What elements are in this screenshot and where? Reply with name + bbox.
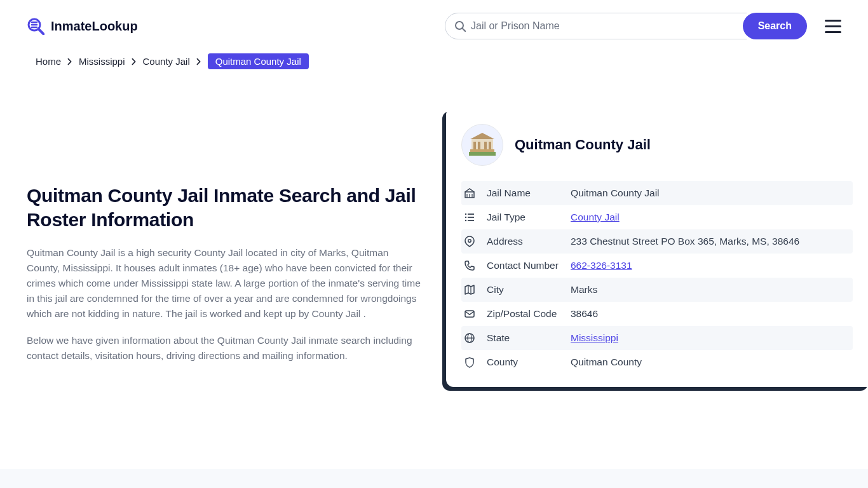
search-input[interactable] [471,20,738,32]
breadcrumb-link[interactable]: Home [36,56,61,67]
info-label: Zip/Postal Code [487,308,571,320]
info-label: Address [487,236,571,247]
info-value-link[interactable]: Mississippi [571,332,618,344]
phone-icon [464,260,475,271]
chevron-right-icon [66,58,74,65]
breadcrumb-current: Quitman County Jail [208,53,309,69]
info-row: Zip/Postal Code38646 [461,302,853,326]
building-icon [464,187,475,199]
mail-icon [464,308,475,320]
breadcrumb: Home Mississippi County Jail Quitman Cou… [0,44,868,69]
info-value: 38646 [571,308,598,320]
info-label: Jail Name [487,187,571,199]
logo-icon [27,17,44,35]
jail-avatar [461,124,503,166]
logo-text: InmateLookup [51,19,138,34]
footer [0,469,868,488]
card-title: Quitman County Jail [515,137,651,153]
info-row: CountyQuitman County [461,350,853,374]
chevron-right-icon [195,58,203,65]
header: InmateLookup Search [0,0,868,44]
courthouse-icon [468,130,497,159]
info-value-link[interactable]: County Jail [571,212,620,223]
info-label: State [487,332,571,344]
hamburger-bar-icon [825,31,841,33]
article-paragraph: Quitman County Jail is a high security C… [27,245,421,322]
globe-icon [464,332,475,344]
card-header: Quitman County Jail [461,124,853,166]
info-value-link[interactable]: 662-326-3131 [571,260,632,271]
pin-icon [464,236,475,247]
info-label: City [487,284,571,295]
info-rows: Jail NameQuitman County JailJail TypeCou… [461,181,853,374]
info-label: Contact Number [487,260,571,271]
search-button[interactable]: Search [743,13,807,39]
info-value: Quitman County [571,356,642,368]
map-icon [464,284,475,295]
breadcrumb-link[interactable]: County Jail [143,56,190,67]
article-paragraph: Below we have given information about th… [27,333,421,363]
menu-button[interactable] [825,20,841,33]
info-value: Marks [571,284,597,295]
chevron-right-icon [130,58,138,65]
info-row: CityMarks [461,278,853,302]
info-row: Contact Number662-326-3131 [461,254,853,278]
info-label: Jail Type [487,212,571,223]
logo[interactable]: InmateLookup [27,17,138,35]
info-label: County [487,356,571,368]
hamburger-bar-icon [825,25,841,27]
info-row: Jail NameQuitman County Jail [461,181,853,205]
main: Quitman County Jail Inmate Search and Ja… [0,69,868,412]
article: Quitman County Jail Inmate Search and Ja… [27,107,421,387]
hamburger-bar-icon [825,20,841,22]
info-value: Quitman County Jail [571,187,660,199]
info-card-wrap: Quitman County Jail Jail NameQuitman Cou… [446,107,868,387]
search-form: Search [445,13,807,39]
page-title: Quitman County Jail Inmate Search and Ja… [27,184,421,231]
info-card: Quitman County Jail Jail NameQuitman Cou… [446,107,868,387]
header-right: Search [445,13,841,39]
search-icon [454,20,466,32]
info-value: 233 Chestnut Street PO Box 365, Marks, M… [571,236,799,247]
list-icon [464,212,475,223]
shield-icon [464,356,475,368]
search-box[interactable] [445,13,747,39]
info-row: Address233 Chestnut Street PO Box 365, M… [461,229,853,254]
info-row: Jail TypeCounty Jail [461,205,853,229]
breadcrumb-link[interactable]: Mississippi [79,56,125,67]
info-row: StateMississippi [461,326,853,350]
